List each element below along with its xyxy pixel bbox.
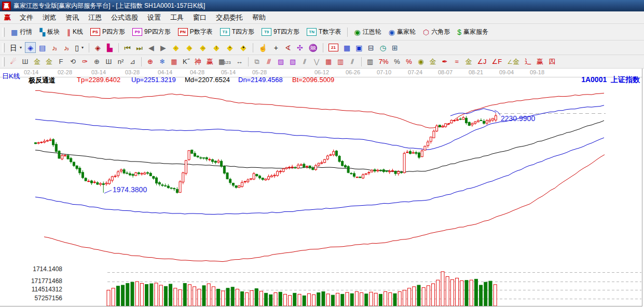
comb-ruler-button[interactable]: Ш bbox=[20, 56, 31, 67]
toolbar-grip[interactable] bbox=[2, 43, 5, 52]
nav-next-button[interactable]: ▶ bbox=[158, 42, 169, 53]
ying-button[interactable]: 赢 bbox=[204, 56, 215, 67]
angle-measure-button[interactable]: ∢ bbox=[282, 42, 293, 53]
purple-grid-button[interactable]: ▨ bbox=[276, 56, 286, 67]
shen-button[interactable]: 神 bbox=[193, 56, 203, 67]
grid-123-button[interactable]: ▦123 bbox=[216, 56, 233, 67]
width-measure-button[interactable]: ↔ bbox=[234, 56, 245, 67]
segment3-button[interactable]: ♪3 bbox=[49, 42, 60, 53]
gold-line2-button[interactable]: 金 bbox=[463, 56, 474, 67]
volume-profile-button[interactable]: ▙ bbox=[104, 42, 115, 53]
sail-angle-button[interactable]: ⊿ bbox=[127, 56, 138, 67]
f-angle-button[interactable]: ∠F bbox=[490, 56, 504, 67]
candle-style-dropdown[interactable]: ▯▾ bbox=[73, 42, 86, 53]
crosshair-tool-button[interactable]: + bbox=[270, 42, 281, 53]
histogram-button[interactable]: ▥ bbox=[365, 56, 376, 67]
frame-tool-button[interactable]: ⧉ bbox=[252, 56, 263, 67]
shrink-horizontal-diamond-button[interactable]: ◆↕ bbox=[210, 42, 223, 53]
seven-percent-button[interactable]: 7% bbox=[377, 56, 391, 67]
quotes-button[interactable]: ▦行情 bbox=[8, 26, 35, 38]
hexagon-button[interactable]: ⬡六角形 bbox=[420, 26, 453, 38]
comb-ruler2-button[interactable]: Ш bbox=[103, 56, 114, 67]
t9-square-button[interactable]: T99T四方形 bbox=[258, 26, 303, 38]
snowflake-button[interactable]: ❄ bbox=[157, 56, 168, 67]
gann-wheel-button[interactable]: ◉江恩轮 bbox=[351, 26, 384, 38]
kline-button[interactable]: ∥K线 bbox=[64, 26, 86, 38]
menu-item-7[interactable]: 窗口 bbox=[188, 12, 211, 22]
gold-circle-button[interactable]: ◉ bbox=[415, 56, 426, 67]
t-number-table-button[interactable]: TNT数字表 bbox=[304, 26, 344, 38]
toolbar-grip[interactable] bbox=[2, 28, 5, 37]
save-button[interactable]: ⊟ bbox=[365, 42, 376, 53]
menu-item-4[interactable]: 公式选股 bbox=[106, 12, 143, 22]
spiral-ruler-button[interactable]: ⟲ bbox=[67, 56, 78, 67]
p9-square-button[interactable]: P99P四方形 bbox=[129, 26, 174, 38]
menu-item-8[interactable]: 交易委托 bbox=[211, 12, 248, 22]
gann-fan-button[interactable]: ☄ bbox=[8, 56, 19, 67]
calendar-21-button[interactable]: 21 bbox=[326, 42, 340, 53]
menu-item-9[interactable]: 帮助 bbox=[248, 12, 270, 22]
expand-horizontal-diamond-button[interactable]: ◆↔ bbox=[197, 42, 209, 53]
menu-item-3[interactable]: 江恩 bbox=[84, 12, 106, 22]
ink-brush-button[interactable]: ✒ bbox=[439, 56, 450, 67]
sectors-button[interactable]: ▚板块 bbox=[36, 26, 63, 38]
percent-button[interactable]: % bbox=[391, 56, 402, 67]
menu-item-1[interactable]: 浏览 bbox=[38, 12, 61, 22]
period-day-dropdown[interactable]: 日▾ bbox=[8, 42, 24, 53]
notes-button[interactable]: ▣ bbox=[353, 42, 364, 53]
indicator-name[interactable]: 极反通道 bbox=[29, 76, 56, 85]
gold-angle-button[interactable]: ∠金 bbox=[505, 56, 522, 67]
red-pattern-button[interactable]: ◈ bbox=[92, 42, 103, 53]
menu-item-2[interactable]: 资讯 bbox=[61, 12, 84, 22]
print-button[interactable]: ⊞ bbox=[389, 42, 400, 53]
gold-comb-button[interactable]: 金 bbox=[32, 56, 43, 67]
world-clock-button[interactable]: ◷ bbox=[377, 42, 388, 53]
calculator-button[interactable]: ▦ bbox=[341, 42, 352, 53]
shrink-all-diamond-button[interactable]: ◆✦ bbox=[237, 42, 250, 53]
toolbar-grip[interactable] bbox=[2, 57, 5, 66]
price-chart-canvas[interactable] bbox=[0, 69, 644, 307]
red-marker-button[interactable]: ✑ bbox=[79, 56, 90, 67]
red-grid2-button[interactable]: ▦ bbox=[323, 56, 334, 67]
scroll-right-diamond-button[interactable]: ◆→ bbox=[183, 42, 196, 53]
winner-service-button[interactable]: $赢家服务 bbox=[454, 26, 491, 38]
t-square-button[interactable]: T3T四方形 bbox=[217, 26, 257, 38]
gold-comb2-button[interactable]: 金 bbox=[44, 56, 54, 67]
dial-circle-button[interactable]: ⊕ bbox=[91, 56, 102, 67]
segment9-button[interactable]: ♪9 bbox=[61, 42, 72, 53]
scroll-left-diamond-button[interactable]: ◆← bbox=[170, 42, 182, 53]
zou-tool-button[interactable]: 辶 bbox=[523, 56, 533, 67]
target-cross-button[interactable]: ⊕ bbox=[145, 56, 156, 67]
nav-prev-button[interactable]: ◀ bbox=[146, 42, 157, 53]
k-quote-button[interactable]: K˝ bbox=[181, 56, 191, 67]
symbol-label[interactable]: 1A0001 上证指数 bbox=[581, 75, 640, 85]
p-number-table-button[interactable]: PNP数字表 bbox=[175, 26, 216, 38]
hand-tool-button[interactable]: ☝ bbox=[256, 42, 269, 53]
winner-wheel-button[interactable]: ◉赢家轮 bbox=[386, 26, 419, 38]
wave-channel-button[interactable]: ≈ bbox=[451, 56, 462, 67]
red-grid3-button[interactable]: ▥ bbox=[335, 56, 346, 67]
chanlun-pattern-button[interactable]: ◈ bbox=[25, 42, 36, 53]
f-comb-button[interactable]: F bbox=[56, 56, 66, 67]
v-pattern-button[interactable]: ⋁ bbox=[311, 56, 322, 67]
menu-item-0[interactable]: 文件 bbox=[15, 12, 38, 22]
info-panel-button[interactable]: ▤ bbox=[37, 42, 48, 53]
red-grid-button[interactable]: ▦ bbox=[169, 56, 180, 67]
menu-item-6[interactable]: 工具 bbox=[166, 12, 188, 22]
j-angle-button[interactable]: ∠J bbox=[475, 56, 488, 67]
menu-item-5[interactable]: 设置 bbox=[143, 12, 166, 22]
n-square-ruler-button[interactable]: n² bbox=[115, 56, 126, 67]
gann-shape-button[interactable]: ✣ bbox=[294, 42, 305, 53]
percent-line-button[interactable]: % bbox=[403, 56, 414, 67]
fan-lines-button[interactable]: ⫽ bbox=[299, 56, 310, 67]
nav-last-button[interactable]: ⏭ bbox=[134, 42, 145, 53]
four-tool-button[interactable]: 四 bbox=[546, 56, 557, 67]
p-square-button[interactable]: PSP四方形 bbox=[87, 26, 128, 38]
gold-line-button[interactable]: 金 bbox=[427, 56, 438, 67]
purple-grid2-button[interactable]: ▧ bbox=[287, 56, 298, 67]
nav-first-button[interactable]: ⏮ bbox=[122, 42, 133, 53]
ying-tool-button[interactable]: 赢 bbox=[535, 56, 545, 67]
expand-all-diamond-button[interactable]: ◆+ bbox=[224, 42, 236, 53]
rays-button[interactable]: ⫻ bbox=[264, 56, 275, 67]
wave-shape-button[interactable]: ♒ bbox=[306, 42, 319, 53]
